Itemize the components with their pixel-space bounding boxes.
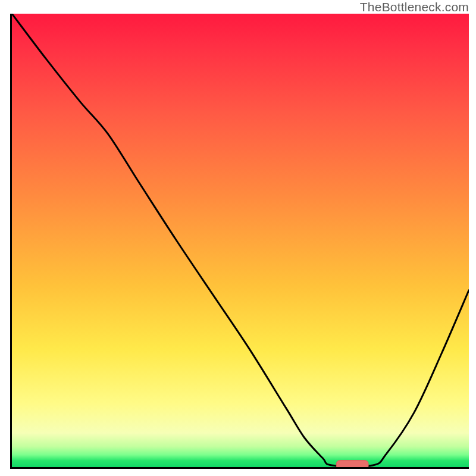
chart-frame: TheBottleneck.com [0, 0, 476, 476]
bottleneck-curve [12, 14, 469, 466]
plot-area [10, 14, 469, 469]
optimal-marker [336, 461, 368, 467]
curve-layer [12, 14, 469, 467]
watermark-text: TheBottleneck.com [360, 0, 469, 14]
